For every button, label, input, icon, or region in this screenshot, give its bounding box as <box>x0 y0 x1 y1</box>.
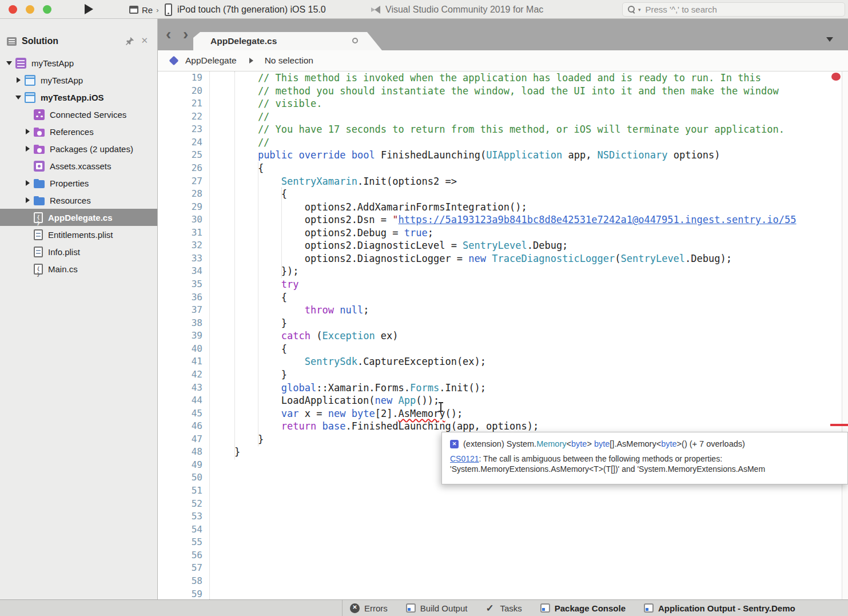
code-line[interactable]: 39 catch (Exception ex) <box>158 329 848 343</box>
solution-icon <box>15 58 26 69</box>
status-bar: ErrorsBuild OutputTasksPackage ConsoleAp… <box>0 599 848 616</box>
code-line[interactable]: 54 <box>158 523 848 536</box>
zoom-window-button[interactable] <box>43 5 51 14</box>
run-button[interactable] <box>85 4 93 14</box>
breadcrumb-class[interactable]: AppDelegate <box>185 55 237 66</box>
pin-icon[interactable] <box>125 37 134 46</box>
cs-file-icon <box>34 212 43 223</box>
tree-item-packages-2-updates-[interactable]: Packages (2 updates) <box>0 140 157 157</box>
statusbar-item-application-output-sentry-demo[interactable]: Application Output - Sentry.Demo <box>644 603 795 613</box>
caret-right-icon[interactable] <box>23 144 32 153</box>
code-line[interactable]: 38 } <box>158 317 848 330</box>
line-number: 52 <box>158 498 202 511</box>
code-line[interactable]: 34 }); <box>158 265 848 278</box>
code-line[interactable]: 20 // method you should instantiate the … <box>158 85 848 98</box>
code-line[interactable]: 28 { <box>158 188 848 201</box>
code-text: throw null; <box>211 304 369 317</box>
line-number: 34 <box>158 265 202 278</box>
tree-item-resources[interactable]: Resources <box>0 192 157 209</box>
code-line[interactable]: 36 { <box>158 291 848 304</box>
tree-item-connected-services[interactable]: Connected Services <box>0 106 157 123</box>
tree-item-appdelegate-cs[interactable]: AppDelegate.cs <box>0 209 157 226</box>
configuration-selector[interactable]: Re › <box>129 3 159 17</box>
tree-item-assets-xcassets[interactable]: Assets.xcassets <box>0 157 157 174</box>
device-icon <box>165 3 172 16</box>
close-pad-icon[interactable]: ✕ <box>141 35 148 46</box>
tree-item-mytestapp-ios[interactable]: myTestApp.iOS <box>0 89 157 106</box>
code-line[interactable]: 29 options2.AddXamarinFormsIntegration()… <box>158 201 848 214</box>
tree-item-mytestapp[interactable]: myTestApp <box>0 71 157 89</box>
error-code-link[interactable]: CS0121 <box>450 454 479 463</box>
caret-right-icon[interactable] <box>14 75 23 85</box>
statusbar-item-build-output[interactable]: Build Output <box>406 603 468 613</box>
code-line[interactable]: 42 } <box>158 368 848 381</box>
code-line[interactable]: 24 // <box>158 136 848 149</box>
line-number: 31 <box>158 226 202 240</box>
editor-scrollbar[interactable] <box>842 71 848 599</box>
code-line[interactable]: 40 { <box>158 343 848 356</box>
tree-item-properties[interactable]: Properties <box>0 174 157 192</box>
plist-file-icon <box>34 229 43 240</box>
error-marker-dot <box>831 73 841 81</box>
code-line[interactable]: 44 LoadApplication(new App()); <box>158 394 848 407</box>
navigate-back-icon[interactable]: ‹ <box>166 26 171 43</box>
statusbar-item-package-console[interactable]: Package Console <box>540 603 626 613</box>
statusbar-item-errors[interactable]: Errors <box>350 603 388 613</box>
minimize-window-button[interactable] <box>26 5 34 14</box>
global-search[interactable]: ▾ <box>622 2 845 17</box>
tree-item-label: myTestApp <box>41 75 83 85</box>
code-line[interactable]: 32 options2.DiagnosticLevel = SentryLeve… <box>158 239 848 252</box>
code-line[interactable]: 27 SentryXamarin.Init(options2 => <box>158 175 848 188</box>
code-line[interactable]: 37 throw null; <box>158 304 848 317</box>
code-line[interactable]: 45 var x = new byte[2].AsMemory(); <box>158 407 848 420</box>
console-icon <box>540 603 550 613</box>
code-line[interactable]: 31 options2.Debug = true; <box>158 226 848 240</box>
caret-right-icon[interactable] <box>23 178 32 188</box>
code-line[interactable]: 33 options2.DiagnosticLogger = new Trace… <box>158 252 848 265</box>
code-line[interactable]: 59 <box>158 588 848 600</box>
tree-item-info-plist[interactable]: Info.plist <box>0 243 157 260</box>
tree-item-references[interactable]: References <box>0 123 157 140</box>
caret-right-icon[interactable] <box>23 127 32 136</box>
code-line[interactable]: 25 public override bool FinishedLaunchin… <box>158 149 848 162</box>
plist-file-icon <box>34 247 43 257</box>
code-line[interactable]: 52 <box>158 498 848 511</box>
code-line[interactable]: 41 SentrySdk.CaptureException(ex); <box>158 355 848 368</box>
code-line[interactable]: 43 global::Xamarin.Forms.Forms.Init(); <box>158 381 848 395</box>
code-editor[interactable]: 19 // This method is invoked when the ap… <box>158 71 848 599</box>
code-line[interactable]: 57 <box>158 562 848 575</box>
line-number: 58 <box>158 575 202 588</box>
assets-icon <box>34 161 45 172</box>
navigate-forward-icon[interactable]: › <box>183 26 188 43</box>
code-line[interactable]: 21 // visible. <box>158 97 848 110</box>
code-line[interactable]: 35 try <box>158 278 848 291</box>
code-line[interactable]: 53 <box>158 510 848 523</box>
search-input[interactable] <box>646 5 817 14</box>
code-line[interactable]: 23 // You have 17 seconds to return from… <box>158 123 848 136</box>
code-line[interactable]: 51 <box>158 484 848 498</box>
code-line[interactable]: 56 <box>158 549 848 562</box>
line-number: 50 <box>158 471 202 484</box>
device-selector[interactable]: iPod touch (7th generation) iOS 15.0 <box>165 2 326 17</box>
code-line[interactable]: 22 // <box>158 110 848 124</box>
code-line[interactable]: 26 { <box>158 162 848 175</box>
code-line[interactable]: 30 options2.Dsn = "https://5a193123a9b84… <box>158 213 848 226</box>
line-number: 19 <box>158 71 202 85</box>
tab-appdelegate[interactable]: AppDelegate.cs <box>193 32 382 50</box>
tree-item-main-cs[interactable]: Main.cs <box>0 260 157 277</box>
code-line[interactable]: 58 <box>158 575 848 588</box>
caret-right-icon[interactable] <box>23 196 32 205</box>
tree-item-entitlements-plist[interactable]: Entitlements.plist <box>0 226 157 243</box>
code-text: // This method is invoked when the appli… <box>211 71 761 85</box>
statusbar-item-tasks[interactable]: Tasks <box>485 603 521 613</box>
caret-down-icon[interactable] <box>5 58 14 67</box>
tab-list-dropdown-icon[interactable] <box>826 37 833 42</box>
code-line[interactable]: 55 <box>158 536 848 549</box>
code-line[interactable]: 46 return base.FinishedLaunching(app, op… <box>158 420 848 433</box>
code-line[interactable]: 19 // This method is invoked when the ap… <box>158 71 848 85</box>
tree-item-mytestapp[interactable]: myTestApp <box>0 54 157 71</box>
close-window-button[interactable] <box>9 5 17 14</box>
code-text: options2.Dsn = "https://5a193123a9b841bc… <box>211 213 797 226</box>
breadcrumb-selection[interactable]: No selection <box>265 55 313 66</box>
caret-down-icon[interactable] <box>14 93 23 102</box>
